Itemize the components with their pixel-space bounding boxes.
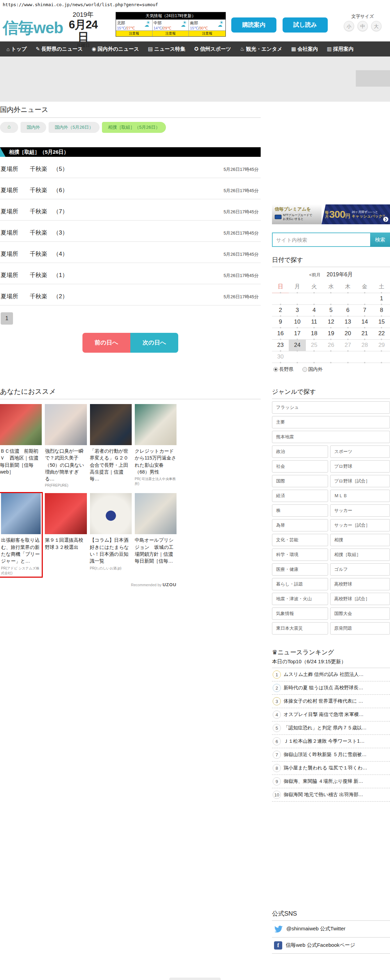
nav-item[interactable]: ▦ 会社案内 — [287, 41, 322, 57]
calendar-day[interactable]: 2 — [272, 304, 289, 316]
calendar-day[interactable]: 7 — [356, 304, 373, 316]
font-size-button[interactable]: 大 — [371, 21, 382, 31]
recommend-card[interactable]: クレジットカードから115万円返金された影山安春（68）男性 PR( 司法書士法… — [135, 404, 176, 488]
genre-button[interactable]: 株 — [272, 504, 328, 517]
premium-banner[interactable]: 信毎プレミアムを NTTグループカードで お支払いすると 毎月 300円 20ヶ… — [272, 204, 390, 224]
calendar-day[interactable]: 9 — [272, 316, 289, 328]
recommend-card[interactable]: 中島オールプリシジョン 坂城の工場閉鎖方針｜信濃毎日新聞［信毎… — [135, 493, 176, 576]
calendar-day[interactable]: 3 — [289, 304, 306, 316]
weather-alert-badge[interactable]: 注意報 — [152, 30, 189, 36]
genre-button[interactable]: 国際大会 — [330, 608, 390, 620]
ranking-item[interactable]: 8 鶏小屋また襲われる 塩尻で１羽くわ… — [272, 762, 390, 775]
menu-button[interactable]: ∧ メニュー — [170, 978, 220, 980]
subscribe-button[interactable]: 購読案内 — [231, 18, 276, 33]
breadcrumb-item[interactable]: 国内外 — [21, 122, 46, 133]
recommend-card[interactable]: 【コラム】日本酒好きにはたまらない！日本酒の豆知識一覧 PR(たのしいお酒.jp… — [90, 493, 132, 576]
genre-button[interactable]: 主要 — [272, 416, 390, 428]
genre-button[interactable]: ＭＬＢ — [330, 490, 390, 502]
search-input[interactable] — [272, 232, 370, 247]
weather-alert-badge[interactable]: 注意報 — [189, 30, 225, 36]
recommend-card[interactable]: 第９１回選抜高校野球３２校選出 — [45, 493, 87, 576]
article-row[interactable]: 夏場所 千秋楽 （7） 5月26日17時45分 — [0, 199, 261, 221]
genre-button[interactable]: 政治 — [272, 445, 328, 458]
trial-button[interactable]: 試し読み — [282, 18, 328, 33]
ranking-item[interactable]: 7 御嶽山頂近く昨秋新築 ５月に雪崩被… — [272, 748, 390, 762]
calendar-day[interactable]: 28 — [356, 339, 373, 351]
article-row[interactable]: 夏場所 千秋楽 （5） 5月26日17時45分 — [0, 157, 261, 178]
nav-item[interactable]: ▤ ニュース特集 — [144, 41, 190, 57]
next-day-button[interactable]: 次の日へ — [130, 333, 178, 353]
nav-item[interactable]: ♨ 観光・エンタメ — [236, 41, 287, 57]
genre-button[interactable]: サッカー — [330, 504, 390, 517]
genre-button[interactable]: サッカー［試合］ — [330, 519, 390, 531]
calendar-day[interactable]: 21 — [356, 328, 373, 339]
breadcrumb-home[interactable]: ⌂ — [0, 122, 18, 133]
calendar-day[interactable]: 17 — [289, 328, 306, 339]
article-row[interactable]: 夏場所 千秋楽 （3） 5月26日17時45分 — [0, 221, 261, 242]
calendar-day[interactable]: 29 — [373, 339, 390, 351]
ranking-item[interactable]: 2 新時代の夏 狙うは頂点 高校野球長… — [272, 681, 390, 695]
calendar-day[interactable]: 16 — [272, 328, 289, 339]
ranking-item[interactable]: 4 オスプレイ目撃 南信で急増 米軍横… — [272, 708, 390, 721]
calendar-day[interactable]: 25 — [306, 339, 323, 351]
recommend-card[interactable]: 出張顧客を取り込む、旅行業界の新たな商機「ブリージャー」と… PR(アドビ シス… — [0, 492, 43, 578]
prev-day-button[interactable]: 前の日へ — [82, 333, 130, 353]
pagination-page-1[interactable]: 1 — [1, 312, 13, 325]
genre-button[interactable]: 為替 — [272, 519, 328, 531]
ranking-item[interactable]: 1 ムスリム土葬 信州の試み 社団法人… — [272, 668, 390, 681]
genre-button[interactable]: ゴルフ — [330, 563, 390, 576]
calendar-day[interactable]: 6 — [339, 304, 356, 316]
calendar-day[interactable]: 8 — [373, 304, 390, 316]
calendar-day[interactable]: 22 — [373, 328, 390, 339]
calendar-day[interactable]: 27 — [339, 339, 356, 351]
breadcrumb-item[interactable]: 国内外（5月26日） — [49, 122, 100, 133]
article-row[interactable]: 夏場所 千秋楽 （4） 5月26日17時45分 — [0, 242, 261, 263]
calendar-day[interactable]: 15 — [373, 316, 390, 328]
facebook-link[interactable]: f 信毎web 公式Facebookページ — [272, 937, 390, 954]
search-button[interactable]: 検索 — [370, 232, 390, 247]
site-logo[interactable]: 信毎web — [3, 18, 63, 39]
ranking-item[interactable]: 10 御嶽海関 地元で熱い稽古 出羽海部… — [272, 788, 390, 802]
calendar-day[interactable]: 18 — [306, 328, 323, 339]
genre-button[interactable]: 経済 — [272, 490, 328, 502]
genre-button[interactable]: 医療・健康 — [272, 563, 328, 576]
font-size-button[interactable]: 小 — [344, 21, 354, 31]
twitter-link[interactable]: @shinmaiweb 公式Twitter — [272, 921, 390, 937]
article-row[interactable]: 夏場所 千秋楽 （6） 5月26日17時45分 — [0, 178, 261, 199]
nav-item[interactable]: ▥ 採用案内 — [323, 41, 358, 57]
calendar-day[interactable]: 30 — [272, 351, 289, 363]
scope-radio-長野県[interactable]: 長野県 — [273, 366, 293, 372]
calendar-day[interactable]: 20 — [339, 328, 356, 339]
genre-button[interactable]: 原発問題 — [330, 622, 390, 635]
ranking-item[interactable]: 9 御嶽海、東関脇 ４場所ぶり復帰 新… — [272, 775, 390, 788]
ranking-item[interactable]: 5 「認知症恐れ」と判定 県内７５歳以… — [272, 721, 390, 735]
calendar-prev-month[interactable]: <前月 — [309, 272, 321, 277]
genre-button[interactable]: 暮らし・話題 — [272, 578, 328, 590]
recommend-card[interactable]: ＢＣ信濃 前期初Ｖ 西地区｜信濃毎日新聞［信毎web］ — [0, 404, 42, 488]
genre-button[interactable]: 相撲［取組］ — [330, 549, 390, 561]
genre-button[interactable]: フラッシュ — [272, 401, 390, 414]
calendar-day[interactable]: 10 — [289, 316, 306, 328]
genre-button[interactable]: プロ野球 — [330, 460, 390, 473]
font-size-button[interactable]: 中 — [357, 21, 368, 31]
calendar-day[interactable]: 14 — [356, 316, 373, 328]
weather-alert-badge[interactable]: 注意報 — [116, 30, 152, 36]
genre-button[interactable]: 熊本地震 — [272, 431, 390, 443]
genre-button[interactable]: スポーツ — [330, 445, 390, 458]
breadcrumb-item[interactable]: 相撲［取組］（5月26日） — [102, 122, 166, 133]
calendar-day[interactable]: 24 — [289, 339, 306, 351]
calendar-day[interactable]: 13 — [339, 316, 356, 328]
scope-radio-国内外[interactable]: 国内外 — [303, 366, 323, 372]
genre-button[interactable]: 相撲 — [330, 534, 390, 546]
genre-button[interactable]: 東日本大震災 — [272, 622, 328, 635]
genre-button[interactable]: 国際 — [272, 475, 328, 487]
calendar-day[interactable]: 26 — [323, 339, 339, 351]
nav-item[interactable]: ⌂ トップ — [2, 41, 31, 57]
calendar-day[interactable]: 11 — [306, 316, 323, 328]
calendar-day[interactable]: 1 — [373, 293, 390, 304]
genre-button[interactable]: 高校野球 — [330, 578, 390, 590]
article-row[interactable]: 夏場所 千秋楽 （2） 5月26日17時45分 — [0, 284, 261, 305]
nav-item[interactable]: ✪ 信州スポーツ — [190, 41, 236, 57]
recommend-card[interactable]: 強烈な口臭が一瞬で？武田久美子（50）の口臭ない理由が簡単すぎる… PR(FRE… — [45, 404, 87, 488]
calendar-day[interactable]: 4 — [306, 304, 323, 316]
